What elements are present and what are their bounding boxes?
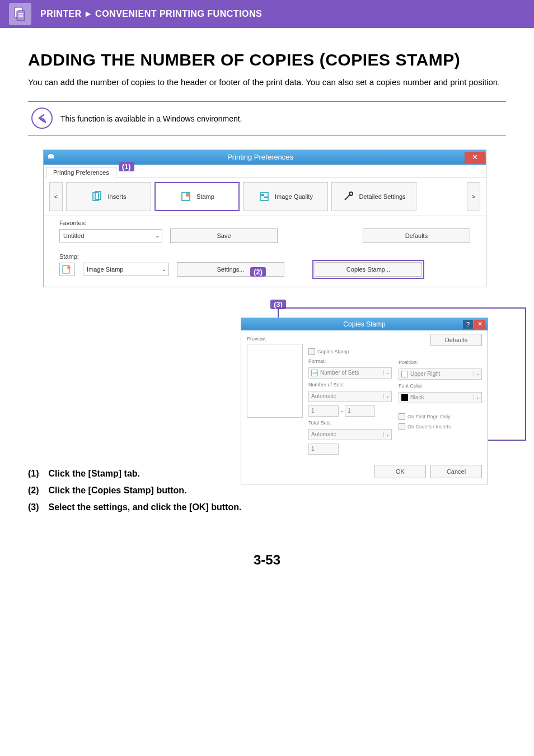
stamp-type-icon <box>59 263 75 276</box>
note-text: This function is available in a Windows … <box>60 113 242 123</box>
svg-point-14 <box>349 192 353 195</box>
chevron-down-icon: ⌄ <box>474 395 480 400</box>
printer-page-icon <box>9 3 31 25</box>
breadcrumb-sep-icon: ► <box>84 9 93 19</box>
number-of-sets-label: Number of Sets: <box>308 382 392 388</box>
favorites-dropdown[interactable]: Untitled ⌄ <box>59 229 162 242</box>
first-page-only-checkbox[interactable]: On First Page Only <box>399 413 482 420</box>
format-value: Number of Sets <box>320 370 359 376</box>
info-back-icon <box>31 108 53 129</box>
window-title: Printing Preferences <box>56 153 465 161</box>
tab-image-quality[interactable]: Image Quality <box>243 182 328 211</box>
range-dash: - <box>341 408 343 414</box>
dialog-close-button[interactable]: ✕ <box>474 320 485 329</box>
chevron-down-icon: ⌄ <box>383 370 390 375</box>
range-to-input[interactable]: 1 <box>345 405 375 417</box>
range-from-input[interactable]: 1 <box>308 405 339 417</box>
checkbox-icon <box>399 413 405 420</box>
total-sets-label: Total Sets: <box>308 420 392 426</box>
tab-stamp[interactable]: Stamp <box>154 182 240 211</box>
header-bar: PRINTER ► CONVENIENT PRINTING FUNCTIONS <box>0 0 534 28</box>
position-label: Position: <box>399 360 482 365</box>
svg-point-16 <box>67 266 71 269</box>
dialog-ok-button[interactable]: OK <box>374 465 426 478</box>
tab-detailed-settings-label: Detailed Settings <box>359 193 405 200</box>
tab-stamp-label: Stamp <box>196 193 214 200</box>
number-of-sets-value: Automatic <box>311 393 336 399</box>
step-1-text: Click the [Stamp] tab. <box>48 469 140 478</box>
number-of-sets-select[interactable]: Automatic ⌄ <box>308 391 392 402</box>
stamp-icon <box>180 190 192 203</box>
checkbox-icon <box>308 348 315 355</box>
dialog-titlebar: Copies Stamp ? ✕ <box>241 318 488 330</box>
format-label: Format: <box>308 358 392 364</box>
stamp-section-label: Stamp: <box>44 245 486 260</box>
stamp-type-value: Image Stamp <box>87 266 123 273</box>
intro-text: You can add the number of copies to the … <box>28 76 506 89</box>
breadcrumb-part-1: PRINTER <box>40 9 82 19</box>
note-block: This function is available in a Windows … <box>28 101 506 136</box>
nav-next-button[interactable]: > <box>467 182 480 211</box>
svg-rect-1 <box>17 11 25 21</box>
format-select[interactable]: 1/2 Number of Sets ⌄ <box>308 367 392 379</box>
page-title: ADDING THE NUMBER OF COPIES (COPIES STAM… <box>28 50 506 69</box>
category-toolbar: < Inserts Stamp <box>44 178 486 216</box>
detailed-settings-icon <box>342 190 354 203</box>
copies-stamp-button[interactable]: Copies Stamp... <box>315 262 422 277</box>
save-button[interactable]: Save <box>170 228 278 243</box>
step-2-num: (2) <box>28 482 46 499</box>
preview-box <box>247 344 303 418</box>
position-select[interactable]: Upper Right ⌄ <box>399 368 482 380</box>
svg-rect-12 <box>261 194 264 196</box>
svg-rect-6 <box>49 154 53 156</box>
window-titlebar: Printing Preferences ✕ <box>44 150 486 165</box>
callout-2-badge: (2) <box>250 267 266 277</box>
window-close-button[interactable]: ✕ <box>465 152 485 163</box>
printing-preferences-window: Printing Preferences ✕ Printing Preferen… <box>43 150 486 287</box>
window-tabs: Printing Preferences (1) <box>44 165 486 178</box>
step-3: (3) Select the settings, and click the [… <box>28 499 506 516</box>
tab-image-quality-label: Image Quality <box>275 193 313 200</box>
dialog-defaults-button[interactable]: Defaults <box>430 334 482 346</box>
printer-small-icon <box>47 153 56 162</box>
format-select-icon: 1/2 <box>311 370 318 376</box>
callout-3-badge: (3) <box>270 300 286 309</box>
preview-label: Preview: <box>247 336 303 342</box>
first-page-only-label: On First Page Only <box>407 414 451 419</box>
tab-inserts[interactable]: Inserts <box>66 182 151 211</box>
callout-1-badge: (1) <box>119 162 134 171</box>
dialog-cancel-button[interactable]: Cancel <box>430 465 482 478</box>
nav-prev-button[interactable]: < <box>49 182 63 211</box>
tab-detailed-settings[interactable]: Detailed Settings <box>331 182 416 211</box>
copies-stamp-check-label: Copies Stamp <box>317 349 349 354</box>
checkbox-icon <box>399 423 405 430</box>
color-swatch-icon <box>401 394 408 401</box>
tab-printing-preferences[interactable]: Printing Preferences <box>46 167 116 178</box>
dialog-help-button[interactable]: ? <box>463 320 473 329</box>
font-color-label: Font Color: <box>399 383 482 389</box>
tab-inserts-label: Inserts <box>107 193 126 200</box>
inserts-icon <box>91 190 103 203</box>
page-number: 3-53 <box>0 530 534 568</box>
stamp-settings-button[interactable]: Settings... <box>177 262 284 277</box>
step-2-text: Click the [Copies Stamp] button. <box>48 486 186 495</box>
position-select-icon <box>401 371 408 377</box>
chevron-down-icon: ⌄ <box>383 394 390 399</box>
total-sets-select[interactable]: Automatic ⌄ <box>308 429 392 440</box>
defaults-button[interactable]: Defaults <box>363 228 470 243</box>
font-color-value: Black <box>410 394 424 400</box>
step-2: (2) Click the [Copies Stamp] button. <box>28 482 506 499</box>
favorites-label: Favorites: <box>44 216 486 226</box>
covers-inserts-checkbox[interactable]: On Covers / Inserts <box>399 423 482 430</box>
covers-inserts-label: On Covers / Inserts <box>407 424 451 430</box>
font-color-select[interactable]: Black ⌄ <box>399 392 482 403</box>
total-sets-input[interactable]: 1 <box>308 444 339 455</box>
position-value: Upper Right <box>410 371 440 377</box>
stamp-type-dropdown[interactable]: Image Stamp ⌄ <box>83 263 169 276</box>
copies-stamp-checkbox[interactable]: Copies Stamp <box>308 348 392 355</box>
image-quality-icon <box>258 190 270 203</box>
chevron-down-icon: ⌄ <box>155 232 160 239</box>
total-sets-value: Automatic <box>311 431 336 437</box>
chevron-down-icon: ⌄ <box>162 266 166 272</box>
chevron-down-icon: ⌄ <box>474 371 480 376</box>
